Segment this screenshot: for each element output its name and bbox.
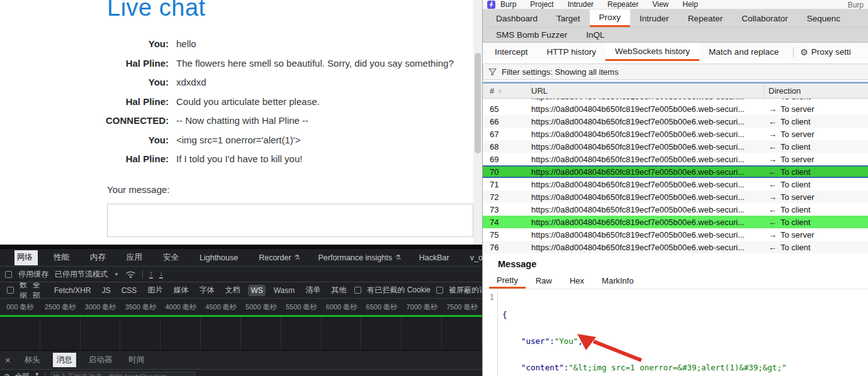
devtools-tab[interactable]: Recorder ⚗ (256, 251, 302, 265)
scrollbar-thumb[interactable] (475, 53, 481, 153)
column-header-direction[interactable]: Direction (764, 86, 868, 96)
row-url: https://0a8d004804b650fc819ecf7e005b00e6… (531, 180, 764, 189)
message-view-tab[interactable]: MarkInfo (594, 273, 641, 289)
menu-item-project[interactable]: Project (530, 0, 553, 9)
devtools-tab-label: 性能 (54, 252, 69, 263)
table-row[interactable]: 69 https://0a8d004804b650fc819ecf7e005b0… (483, 153, 868, 165)
blocked-cookies-checkbox[interactable] (354, 287, 361, 294)
table-row[interactable]: 68 https://0a8d004804b650fc819ecf7e005b0… (483, 140, 868, 153)
filter-chip[interactable]: JS (99, 285, 113, 296)
burp-main-tab[interactable]: Sequenc (798, 9, 850, 27)
disable-cache-checkbox[interactable] (5, 271, 12, 278)
message-view-tab[interactable]: Raw (528, 273, 560, 289)
devtools-tab[interactable]: 应用 (124, 251, 147, 265)
filter-chip[interactable]: Wasm (271, 285, 298, 296)
menu-item-intruder[interactable]: Intruder (568, 0, 594, 9)
filter-chip[interactable]: 字体 (196, 284, 217, 297)
toolbar-divider (142, 270, 143, 279)
filter-chip[interactable]: 其他 (329, 284, 349, 297)
devtools-tab[interactable]: HackBar (417, 251, 454, 265)
message-input[interactable] (107, 204, 473, 237)
throttling-select[interactable]: 已停用节流模式 (55, 269, 108, 280)
chat-sender-label: You: (0, 133, 176, 147)
filter-all-chip[interactable]: 全部 (33, 282, 40, 299)
request-detail-tab-bar: × 标头 消息 启动器 时间 (0, 350, 482, 369)
chat-sender-label: You: (0, 75, 176, 89)
message-view-tab[interactable]: Pretty (489, 273, 526, 289)
table-row[interactable]: 67 https://0a8d004804b650fc819ecf7e005b0… (483, 128, 868, 140)
menu-item-view[interactable]: View (652, 0, 668, 9)
browser-scrollbar[interactable] (473, 0, 482, 245)
devtools-tab[interactable]: 性能 (51, 251, 74, 265)
filter-chip[interactable]: CSS (119, 285, 140, 296)
proxy-tab-bar: Intercept HTTP history WebSockets histor… (483, 43, 868, 61)
burp-main-tab[interactable]: Collaborator (732, 9, 798, 27)
filter-chip[interactable]: 图片 (145, 284, 165, 297)
regex-filter-input[interactable] (50, 372, 195, 376)
chevron-down-icon[interactable]: ▼ (114, 272, 119, 277)
blocked-requests-checkbox[interactable] (436, 287, 443, 294)
message-view-tab[interactable]: Hex (562, 273, 592, 289)
table-row[interactable]: 74 https://0a8d004804b650fc819ecf7e005b0… (483, 216, 868, 228)
num-header-label: # (490, 86, 494, 96)
hide-data-urls-checkbox[interactable] (7, 287, 14, 294)
filter-settings-bar[interactable]: Filter settings: Showing all items (483, 64, 868, 80)
column-header-num[interactable]: # ∧ (483, 84, 531, 98)
network-conditions-icon[interactable] (125, 270, 136, 279)
messages-filter-all[interactable]: 全部 (15, 372, 30, 376)
burp-main-tab[interactable]: Target (547, 9, 590, 27)
network-toolbar: 停用缓存 已停用节流模式 ▼ ↑ ↓ (0, 267, 482, 282)
detail-tab[interactable]: 启动器 (85, 353, 116, 367)
proxy-tab[interactable]: Match and replace (699, 43, 788, 61)
devtools-tab[interactable]: Lighthouse (197, 251, 243, 265)
devtools-tab[interactable]: 网络 (14, 250, 38, 265)
devtools-tab[interactable]: v_opitons (468, 251, 482, 265)
column-header-url[interactable]: URL (531, 84, 764, 98)
table-row[interactable]: 71 https://0a8d004804b650fc819ecf7e005b0… (483, 178, 868, 191)
import-har-icon[interactable]: ↑ (149, 270, 153, 279)
burp-extension-tab[interactable]: SMS Bomb Fuzzer (487, 30, 577, 40)
filter-chip[interactable]: 清单 (303, 284, 323, 297)
table-row[interactable]: 66 https://0a8d004804b650fc819ecf7e005b0… (483, 115, 868, 128)
chat-message-text: Could you articulate better please. (176, 95, 320, 108)
chevron-down-icon[interactable]: ▼ (35, 372, 40, 376)
burp-main-tab[interactable]: Intruder (630, 9, 679, 27)
menu-item-help[interactable]: Help (682, 0, 698, 9)
table-row[interactable]: 70 https://0a8d004804b650fc819ecf7e005b0… (483, 165, 868, 178)
proxy-settings-button[interactable]: ⚙ Proxy setti (800, 43, 851, 61)
devtools-tab[interactable]: 安全 (161, 251, 184, 265)
table-row[interactable]: 73 https://0a8d004804b650fc819ecf7e005b0… (483, 203, 868, 216)
timeline-tick-label: 3500 毫秒 (120, 302, 161, 312)
proxy-tab[interactable]: WebSockets history (606, 43, 699, 61)
filter-chip[interactable]: WS (248, 285, 265, 296)
menu-item-burp[interactable]: Burp (500, 0, 516, 9)
table-row[interactable]: 76 https://0a8d004804b650fc819ecf7e005b0… (483, 241, 868, 253)
close-icon[interactable]: × (5, 355, 11, 365)
filter-chip[interactable]: 媒体 (171, 284, 191, 297)
detail-tab[interactable]: 时间 (125, 353, 148, 367)
export-har-icon[interactable]: ↓ (159, 270, 163, 279)
clear-icon[interactable]: ⊘ (4, 372, 10, 376)
burp-main-tab[interactable]: Dashboard (487, 9, 547, 27)
detail-tab[interactable]: 标头 (21, 353, 44, 367)
burp-main-tab[interactable]: Proxy (590, 9, 631, 27)
row-url: https://0a8d004804b650fc819ecf7e005b00e6… (531, 142, 764, 152)
row-number: 72 (483, 192, 531, 202)
devtools-tab-label: v_opitons (470, 253, 482, 262)
filter-chip[interactable]: Fetch/XHR (52, 285, 94, 296)
proxy-tab[interactable]: HTTP history (538, 43, 606, 61)
burp-main-tab[interactable]: Repeater (679, 9, 733, 27)
burp-extension-tab[interactable]: InQL (577, 30, 614, 40)
waterfall-grid (0, 317, 482, 350)
proxy-tab[interactable]: Intercept (485, 43, 538, 61)
filter-chip[interactable]: 文档 (222, 284, 242, 297)
table-row[interactable]: 75 https://0a8d004804b650fc819ecf7e005b0… (483, 228, 868, 241)
table-row[interactable]: 65 https://0a8d004804b650fc819ecf7e005b0… (483, 102, 868, 115)
detail-tab[interactable]: 消息 (53, 353, 76, 367)
devtools-tab[interactable]: Performance insights ⚗ (315, 251, 403, 265)
message-editor[interactable]: 1 { "user":"You", "content":"&lt;img src… (483, 291, 868, 376)
table-row[interactable]: 72 https://0a8d004804b650fc819ecf7e005b0… (483, 191, 868, 203)
chat-sender-label: Hal Pline: (0, 57, 176, 70)
devtools-tab[interactable]: 内存 (87, 251, 111, 265)
menu-item-repeater[interactable]: Repeater (607, 0, 638, 9)
